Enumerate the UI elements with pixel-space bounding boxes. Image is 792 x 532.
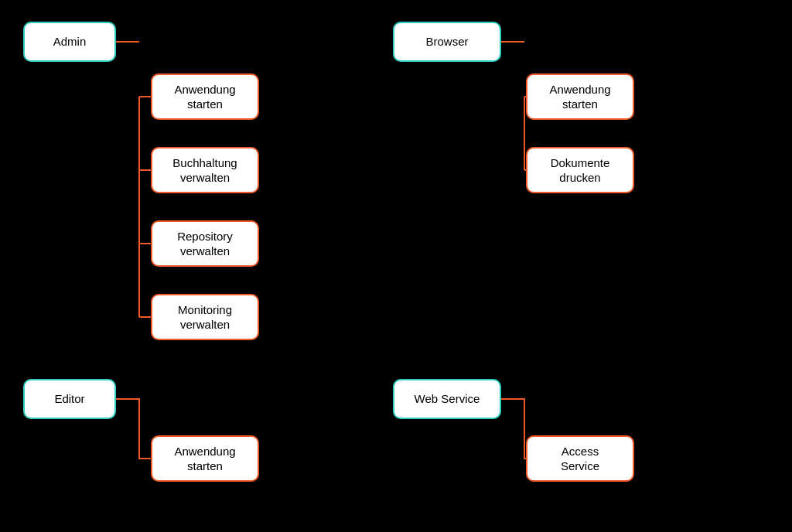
node-anwendung_starten_3: Anwendungstarten [526,73,634,120]
node-repository_verwalten: Repositoryverwalten [151,220,259,267]
node-monitoring_verwalten: Monitoringverwalten [151,294,259,340]
connectors [0,0,792,532]
node-anwendung_starten_2: Anwendungstarten [151,435,259,482]
node-admin: Admin [23,22,116,62]
node-anwendung_starten_1: Anwendungstarten [151,73,259,120]
connector-web_service [501,399,526,459]
node-buchhaltung_verwalten: Buchhaltungverwalten [151,147,259,193]
node-web_service: Web Service [393,379,501,419]
node-browser: Browser [393,22,501,62]
node-dokumente_drucken: Dokumentedrucken [526,147,634,193]
node-access_service: AccessService [526,435,634,482]
connector-editor [116,399,151,459]
diagram: AdminAnwendungstartenBuchhaltungverwalte… [0,0,792,532]
node-editor: Editor [23,379,116,419]
